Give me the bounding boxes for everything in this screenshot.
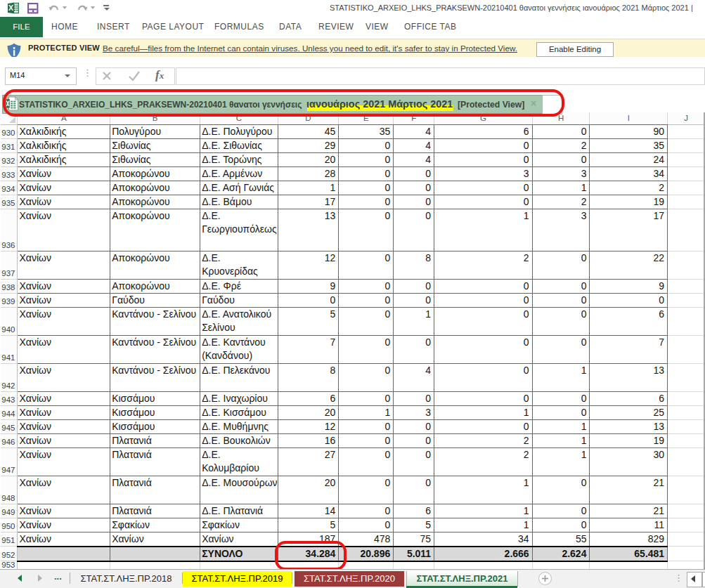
svg-text:X: X	[8, 4, 13, 12]
